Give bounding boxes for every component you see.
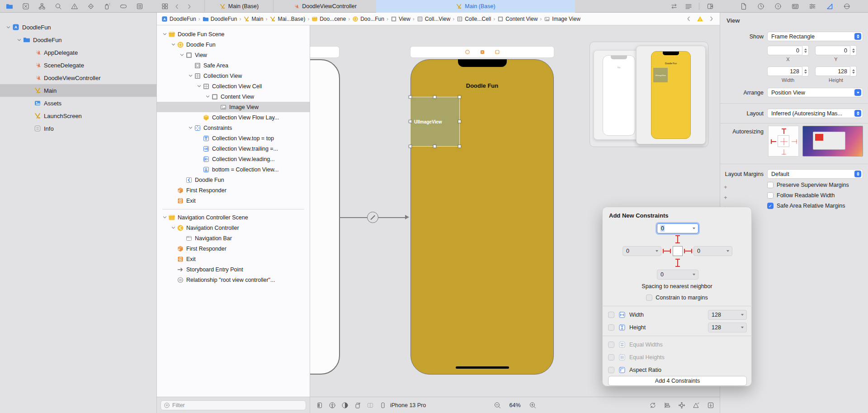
disclosure-icon[interactable] [5,25,12,30]
width-stepper[interactable] [802,66,809,76]
disclosure-icon[interactable] [196,84,203,89]
outline-item-exit[interactable]: Exit [157,195,310,206]
sidebar-item-assets[interactable]: Assets [0,97,156,109]
orientation-toggle-icon[interactable] [354,401,361,409]
size-inspector-icon[interactable] [826,3,833,10]
breadcrumb-doodlefun[interactable]: ADoodleFun [161,16,196,22]
add-margin-option-button[interactable]: + [724,194,727,201]
outline-item-first-responder[interactable]: 1First Responder [157,243,310,254]
disclosure-icon[interactable] [187,125,194,130]
add-editor-icon[interactable] [706,3,714,10]
outline-item-doodle-fun[interactable]: Doodle Fun [157,175,310,185]
preview-card-doodle-fun[interactable]: Doodle Fun UIImageView [636,46,706,144]
sidebar-item-info[interactable]: Info [0,122,156,135]
x-field[interactable]: 0 [767,46,802,55]
margin-option-2[interactable]: Follow Readable Width [767,192,835,199]
layout-margins-popup[interactable]: Default [767,169,863,179]
find-navigator-icon[interactable] [54,3,62,10]
navigation-controller-scene-view[interactable]: r [310,59,340,375]
breadcrumb-colle-cell[interactable]: Colle...Cell [457,16,491,22]
accessibility-preview-icon[interactable] [328,401,336,409]
filter-input[interactable]: Filter [160,400,306,410]
project-navigator-icon[interactable] [5,3,13,10]
outline-item-bottom-collection-view-[interactable]: bottom = Collection View... [157,164,310,175]
quick-help-inspector-icon[interactable]: ? [774,3,782,10]
appearance-toggle-icon[interactable] [341,401,349,409]
outline-item-collection-view-leading-[interactable]: Collection View.leading... [157,154,310,164]
disclosure-icon[interactable] [204,94,211,99]
test-navigator-icon[interactable] [87,3,94,10]
leading-spacing-dropdown[interactable]: 0 [623,246,661,256]
sidebar-item-launchscreen[interactable]: LaunchScreen [0,109,156,122]
update-frames-icon[interactable] [649,401,656,409]
trailing-spacing-dropdown[interactable]: 0 [693,246,732,256]
report-navigator-icon[interactable] [136,3,143,10]
zoom-in-button[interactable] [529,401,537,409]
arrange-popup[interactable]: Position View [767,88,863,97]
outline-item-constraints[interactable]: Constraints [157,123,310,133]
height-field[interactable]: 128 [815,66,850,76]
outline-item-storyboard-entry-point[interactable]: Storyboard Entry Point [157,264,310,275]
width-value-dropdown[interactable]: 128 [708,310,747,320]
constraint-width-row[interactable]: Width128 [603,309,752,320]
disclosure-icon[interactable] [170,42,177,47]
device-bezel-toggle-icon[interactable] [316,401,323,409]
debug-navigator-icon[interactable] [103,3,111,10]
go-forward-icon[interactable] [185,3,193,10]
resize-handle[interactable] [458,120,461,123]
add-new-constraints-tool-icon[interactable] [678,401,685,409]
row-checkbox[interactable] [608,367,614,373]
disclosure-icon[interactable] [170,225,177,230]
outline-item-view[interactable]: View [157,50,310,60]
sidebar-item-doodlefun[interactable]: DoodleFun [0,33,156,46]
outline-item-navigation-controller[interactable]: Navigation Controller [157,223,310,233]
split-view-toggle-icon[interactable] [366,401,374,409]
sidebar-item-doodlefun[interactable]: ADoodleFun [0,21,156,33]
next-item-icon[interactable] [708,15,715,23]
history-inspector-icon[interactable] [757,3,764,10]
editor-options-icon[interactable] [684,3,692,10]
checkbox[interactable] [767,192,774,199]
go-back-icon[interactable] [173,3,181,10]
tab-overview-icon[interactable] [161,3,169,10]
symbol-navigator-icon[interactable] [38,3,46,10]
height-value-dropdown[interactable]: 128 [708,323,747,332]
disclosure-icon[interactable] [161,215,168,220]
disclosure-icon[interactable] [187,73,194,78]
align-tool-icon[interactable] [663,401,671,409]
tab-main-base-[interactable]: Main (Base) [376,0,575,13]
height-stepper[interactable] [850,66,857,76]
outline-item-collection-view-top-top[interactable]: Collection View.top = top [157,133,310,143]
width-checkbox[interactable] [608,312,614,318]
y-stepper[interactable] [850,45,857,56]
outline-item-doodle-fun-scene[interactable]: Doodle Fun Scene [157,29,310,39]
scene-dock[interactable] [410,47,554,57]
outline-item-collection-view-trailing-[interactable]: Collection View.trailing =... [157,143,310,154]
resize-handle[interactable] [458,145,461,148]
disclosure-icon[interactable] [161,32,168,37]
sidebar-item-doodleviewcontroller[interactable]: DoodleViewController [0,71,156,84]
doodle-fun-scene-view[interactable]: Doodle Fun UIImageView [410,59,554,375]
width-field[interactable]: 128 [767,66,802,76]
sidebar-item-scenedelegate[interactable]: SceneDelegate [0,59,156,71]
sidebar-item-appdelegate[interactable]: AppDelegate [0,46,156,59]
constrain-to-margins-row[interactable]: Constrain to margins [603,294,751,301]
resize-handle[interactable] [409,145,412,148]
constrain-to-margins-checkbox[interactable] [646,294,652,301]
x-stepper[interactable] [802,45,809,56]
show-popup[interactable]: Frame Rectangle [767,32,863,41]
previous-item-icon[interactable] [685,15,693,23]
resize-handle[interactable] [433,145,436,148]
outline-item-collection-view-flow-lay-[interactable]: Collection View Flow Lay... [157,112,310,123]
outline-item-first-responder[interactable]: 1First Responder [157,185,310,195]
height-checkbox[interactable] [608,324,614,331]
code-review-icon[interactable] [670,3,678,10]
checkbox[interactable] [767,182,774,188]
constraint-aspect-ratio-row[interactable]: Aspect Ratio [603,365,752,375]
issue-navigator-icon[interactable] [71,3,78,10]
resize-handle[interactable] [458,95,461,99]
breadcrumb-content-view[interactable]: Content View [497,16,538,22]
device-name[interactable]: iPhone 13 Pro [390,402,426,408]
breadcrumb-coll-view[interactable]: Coll...View [417,16,450,22]
file-inspector-icon[interactable] [740,3,747,10]
